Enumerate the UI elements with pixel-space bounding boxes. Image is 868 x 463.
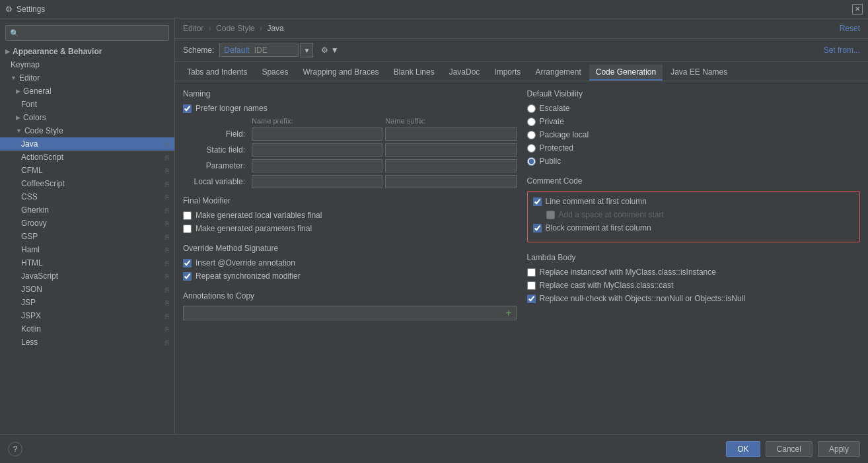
tab-tabs-indents[interactable]: Tabs and Indents <box>180 65 254 81</box>
package-local-radio[interactable] <box>527 131 536 139</box>
insert-override-row: Insert @Override annotation <box>183 258 517 267</box>
scheme-value[interactable]: Default IDE <box>219 44 299 57</box>
replace-null-check-row: Replace null-check with Objects::nonNull… <box>527 294 861 303</box>
sidebar-item-css[interactable]: CSS⎘ <box>0 190 174 203</box>
sidebar-item-coffeescript[interactable]: CoffeeScript⎘ <box>0 177 174 190</box>
reset-link[interactable]: Reset <box>840 24 860 33</box>
sidebar-item-appearance[interactable]: ▶Appearance & Behavior <box>0 45 174 58</box>
static-field-suffix-input[interactable] <box>385 143 516 157</box>
sidebar-item-label: GSP <box>21 232 38 241</box>
window-title: Settings <box>17 5 848 14</box>
sidebar-item-keymap[interactable]: Keymap <box>0 58 174 71</box>
sidebar-item-cfml[interactable]: CFML⎘ <box>0 164 174 177</box>
local-variable-label: Local variable: <box>183 177 249 186</box>
local-final-checkbox[interactable] <box>183 211 192 220</box>
scheme-dropdown-button[interactable]: ▼ <box>300 43 313 57</box>
parameter-suffix-input[interactable] <box>385 159 516 172</box>
field-prefix-input[interactable] <box>252 127 382 141</box>
add-annotation-button[interactable]: + <box>505 308 511 318</box>
sidebar-item-code-style[interactable]: ▼Code Style <box>0 124 174 137</box>
replace-null-check-checkbox[interactable] <box>527 295 536 303</box>
search-box[interactable]: 🔍 <box>5 25 169 41</box>
replace-cast-label: Replace cast with MyClass.class::cast <box>540 281 674 290</box>
sidebar-item-label: Appearance & Behavior <box>13 47 102 56</box>
copy-icon: ⎘ <box>165 312 169 320</box>
sidebar-item-groovy[interactable]: Groovy⎘ <box>0 217 174 230</box>
apply-button[interactable]: Apply <box>818 441 860 457</box>
sidebar-item-general[interactable]: ▶General <box>0 85 174 98</box>
set-from-link[interactable]: Set from... <box>824 46 860 55</box>
sidebar-item-jsp[interactable]: JSP⎘ <box>0 296 174 309</box>
insert-override-label: Insert @Override annotation <box>196 258 295 267</box>
parameter-prefix-input[interactable] <box>252 159 382 172</box>
tab-code-generation[interactable]: Code Generation <box>589 65 663 81</box>
static-field-prefix-input[interactable] <box>252 143 382 157</box>
sidebar-item-gsp[interactable]: GSP⎘ <box>0 230 174 243</box>
sidebar-item-actionscript[interactable]: ActionScript⎘ <box>0 151 174 164</box>
protected-label: Protected <box>540 143 573 153</box>
block-comment-checkbox[interactable] <box>533 224 542 232</box>
lambda-body-title: Lambda Body <box>527 253 861 262</box>
replace-cast-row: Replace cast with MyClass.class::cast <box>527 281 861 290</box>
tab-java-ee-names[interactable]: Java EE Names <box>664 65 734 81</box>
protected-radio[interactable] <box>527 144 536 153</box>
insert-override-checkbox[interactable] <box>183 259 192 267</box>
close-button[interactable]: ✕ <box>852 4 863 15</box>
sidebar-item-editor[interactable]: ▼Editor <box>0 71 174 85</box>
scheme-gear-button[interactable]: ⚙ ▼ <box>318 44 341 56</box>
tab-wrapping[interactable]: Wrapping and Braces <box>296 65 385 81</box>
escalate-radio[interactable] <box>527 104 536 113</box>
sidebar-item-kotlin[interactable]: Kotlin⎘ <box>0 322 174 336</box>
field-suffix-input[interactable] <box>385 127 516 141</box>
repeat-synchronized-checkbox[interactable] <box>183 272 192 281</box>
tab-blank-lines[interactable]: Blank Lines <box>387 65 441 81</box>
sidebar-item-font[interactable]: Font <box>0 98 174 111</box>
ok-button[interactable]: OK <box>726 441 760 457</box>
tab-arrangement[interactable]: Arrangement <box>528 65 587 81</box>
sidebar-item-javascript[interactable]: JavaScript⎘ <box>0 269 174 283</box>
sidebar-item-java[interactable]: Java⎘ <box>0 137 174 151</box>
breadcrumb-part-editor: Editor <box>183 24 203 33</box>
space-comment-checkbox[interactable] <box>546 211 555 219</box>
prefer-longer-label: Prefer longer names <box>196 104 268 113</box>
local-variable-suffix-input[interactable] <box>385 175 516 188</box>
copy-icon: ⎘ <box>165 233 169 240</box>
local-variable-prefix-input[interactable] <box>252 175 382 188</box>
sidebar-item-html[interactable]: HTML⎘ <box>0 256 174 269</box>
param-final-checkbox[interactable] <box>183 225 192 233</box>
help-button[interactable]: ? <box>8 442 22 456</box>
sidebar-item-label: CoffeeScript <box>21 179 65 188</box>
tabs-bar: Tabs and IndentsSpacesWrapping and Brace… <box>175 62 868 81</box>
sidebar-item-less[interactable]: Less⎘ <box>0 336 174 349</box>
tab-imports[interactable]: Imports <box>488 65 527 81</box>
space-comment-row: Add a space at comment start <box>546 210 855 219</box>
comment-code-section: Comment Code Line comment at first colum… <box>527 176 861 242</box>
tab-spaces[interactable]: Spaces <box>255 65 295 81</box>
block-comment-label: Block comment at first column <box>546 223 651 232</box>
copy-icon: ⎘ <box>165 194 169 201</box>
sidebar-item-jspx[interactable]: JSPX⎘ <box>0 309 174 322</box>
scheme-select: Default IDE ▼ <box>219 43 313 57</box>
sidebar-item-gherkin[interactable]: Gherkin⎘ <box>0 203 174 217</box>
cancel-button[interactable]: Cancel <box>766 441 813 457</box>
sidebar-item-colors[interactable]: ▶Colors <box>0 111 174 124</box>
search-input[interactable] <box>22 28 164 38</box>
sidebar-item-label: Java <box>21 139 38 149</box>
tab-javadoc[interactable]: JavaDoc <box>443 65 487 81</box>
breadcrumb-part-codestyle: Code Style <box>216 24 255 33</box>
copy-icon: ⎘ <box>165 260 169 267</box>
naming-title: Naming <box>183 89 517 98</box>
final-modifier-title: Final Modifier <box>183 196 517 205</box>
prefer-longer-checkbox[interactable] <box>183 104 192 113</box>
package-local-row: Package local <box>527 130 861 139</box>
replace-cast-checkbox[interactable] <box>527 281 536 290</box>
param-final-row: Make generated parameters final <box>183 224 517 233</box>
private-radio[interactable] <box>527 118 536 126</box>
public-radio[interactable] <box>527 157 536 166</box>
line-comment-checkbox[interactable] <box>533 197 542 206</box>
replace-instanceof-checkbox[interactable] <box>527 268 536 277</box>
lambda-body-section: Lambda Body Replace instanceof with MyCl… <box>527 253 861 303</box>
parameter-label: Parameter: <box>183 161 249 170</box>
sidebar-item-haml[interactable]: Haml⎘ <box>0 243 174 256</box>
sidebar-item-json[interactable]: JSON⎘ <box>0 283 174 296</box>
